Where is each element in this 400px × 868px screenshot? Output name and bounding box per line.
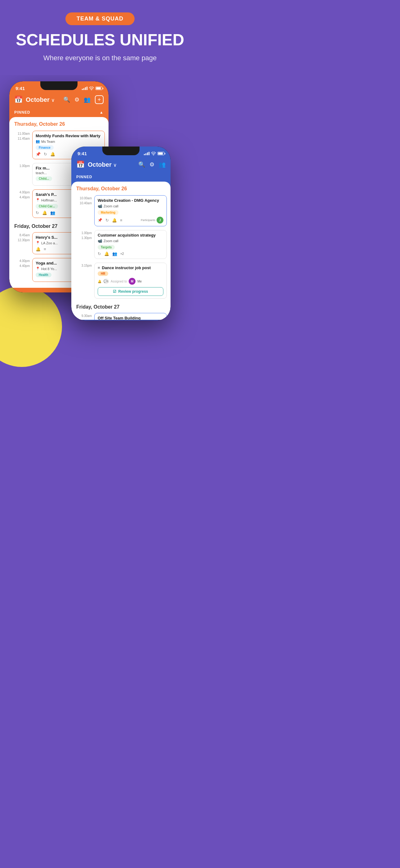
bell-icon-4: 🔔: [98, 280, 101, 283]
pinned-bar-1: PINNED ▲: [9, 108, 108, 117]
assignee-avatar: M: [129, 278, 135, 285]
event-tags: Targets: [98, 245, 163, 250]
event-row: 1.00pm 1.30pm Customer acquisition strat…: [71, 229, 171, 260]
hero-section: TEAM & SQUAD SCHEDULES UNIFIED Where eve…: [0, 0, 200, 63]
phone-2: 9:41 📅: [71, 147, 171, 320]
signal-icon: [82, 87, 88, 90]
hero-title: SCHEDULES UNIFIED: [6, 31, 194, 49]
svg-point-1: [153, 155, 154, 156]
event-title: Dance instructor job post: [102, 266, 151, 270]
users-icon-1[interactable]: 👥: [84, 96, 91, 103]
battery-icon: [96, 87, 102, 90]
phone-2-content: Thursday, October 26 10.00am 10.40am Web…: [71, 182, 171, 320]
status-icons-1: [82, 87, 102, 90]
review-button[interactable]: ☑ Review progress: [98, 287, 163, 296]
app-header-1: 📅 October ∨ 🔍 ⚙ 👥 +: [9, 93, 108, 108]
event-title: Website Creation - DMG Agency: [98, 198, 163, 203]
status-icons-2: [144, 152, 164, 156]
pinned-bar-2: PINNED: [71, 172, 171, 182]
event-sub: 📹 Zoom call: [98, 204, 163, 208]
month-title-1: October ∨: [26, 96, 63, 103]
extra-count: +2: [120, 252, 124, 255]
check-icon: ☑: [113, 289, 116, 294]
event-title: Customer acquisition strategy: [98, 233, 163, 238]
event-card: Off Site Team Building: [94, 313, 167, 320]
search-icon-2[interactable]: 🔍: [138, 161, 145, 168]
day-heading-1: Thursday, October 26: [9, 117, 108, 129]
filter-icon-1[interactable]: ⚙: [74, 96, 79, 103]
comment-badge: 💬1: [103, 278, 109, 284]
participant-avatar: J: [157, 217, 163, 223]
signal-icon-2: [144, 152, 149, 155]
add-button-1[interactable]: +: [95, 95, 104, 104]
pin-icon: 📌: [36, 152, 41, 156]
filter-icon-2[interactable]: ⚙: [149, 161, 155, 168]
bell-icon: 🔔: [42, 211, 47, 215]
bell-icon: 🔔: [36, 247, 41, 251]
event-row: 9.30am Off Site Team Building: [71, 312, 171, 320]
task-icon-2: ≡: [98, 266, 100, 270]
month-title-2: October ∨: [88, 161, 138, 168]
tag: Child Car...: [36, 204, 58, 209]
assigned-label: Assigned to: [111, 280, 127, 283]
task-icon: ≡: [120, 218, 123, 223]
repeat-icon-3: ↻: [98, 251, 101, 256]
event-card: ≡ Dance instructor job post HR 🔔 💬1 Assi…: [94, 262, 167, 299]
users-icon-2[interactable]: 👥: [159, 161, 166, 168]
event-row: 10.00am 10.40am Website Creation - DMG A…: [71, 194, 171, 227]
repeat-icon: ↻: [36, 211, 39, 215]
bell-icon: 🔔: [50, 152, 55, 156]
event-time: 8.45am 12.30pm: [13, 232, 30, 254]
tag-health: Health: [36, 273, 52, 277]
tag-hr: HR: [98, 271, 108, 276]
event-card: Customer acquisition strategy 📹 Zoom cal…: [94, 230, 167, 259]
decorative-blob: [0, 286, 62, 367]
event-time: 10.00am 10.40am: [75, 195, 92, 226]
tag-targets: Targets: [98, 245, 115, 250]
event-meta-row: 🔔 💬1 Assigned to M Me: [98, 278, 163, 285]
assignee-name: Me: [137, 280, 142, 283]
event-title: Monthly Funds Review with Marty: [36, 133, 101, 138]
list-icon: ≡: [44, 247, 46, 251]
repeat-icon-2: ↻: [105, 218, 109, 223]
badge: TEAM & SQUAD: [65, 12, 135, 25]
wifi-icon-2: [151, 152, 156, 156]
event-time: 1.00pm 1.30pm: [75, 230, 92, 259]
review-label: Review progress: [118, 289, 148, 294]
assigned-row: 🔔 💬1 Assigned to M Me: [98, 278, 142, 285]
pin-icon-2: 📌: [98, 218, 102, 222]
event-sub: 👥 Ms Team: [36, 140, 101, 144]
event-time: 1.00pm: [13, 163, 30, 186]
tag-childcare: Child...: [36, 176, 52, 181]
pinned-label-1: PINNED: [14, 110, 30, 115]
participants-section: Participants J: [141, 217, 163, 223]
hero-subtitle: Where everyone is on the same page: [6, 53, 194, 63]
chevron-up-icon: ▲: [100, 110, 104, 115]
svg-point-0: [91, 90, 92, 90]
notch-1: [40, 81, 77, 90]
search-icon-1[interactable]: 🔍: [63, 96, 70, 103]
event-time: 3.15pm: [75, 262, 92, 299]
repeat-icon: ↻: [44, 152, 47, 156]
header-icons-2: 🔍 ⚙ 👥: [138, 161, 166, 168]
tag-finance: Finance: [36, 145, 54, 150]
participants-label: Participants: [141, 219, 155, 222]
status-time-2: 9:41: [77, 151, 87, 156]
calendar-icon-1: 📅: [14, 96, 23, 104]
bell-icon-3: 🔔: [104, 251, 109, 256]
users-plus-icon: 👥: [112, 251, 117, 256]
event-time: 4.00pm 4.40pm: [13, 258, 30, 282]
event-actions: 📌 ↻ 🔔 ≡: [98, 218, 123, 223]
tag-marketing: Marketing: [98, 210, 119, 215]
bell-icon-2: 🔔: [112, 218, 117, 223]
event-sub: 📹 Zoom call: [98, 239, 163, 243]
event-time: 9.30am: [75, 313, 92, 320]
day-heading-2: Thursday, October 26: [71, 182, 171, 194]
event-time: 11.00am 11.45am: [13, 131, 30, 159]
battery-icon-2: [158, 152, 164, 155]
event-actions: ↻ 🔔 👥 +2: [98, 251, 163, 256]
participants-row: 📌 ↻ 🔔 ≡ Participants J: [98, 217, 163, 223]
event-tags: HR: [98, 271, 163, 276]
event-card: Website Creation - DMG Agency 📹 Zoom cal…: [94, 195, 167, 226]
users-icon: 👥: [50, 211, 55, 215]
